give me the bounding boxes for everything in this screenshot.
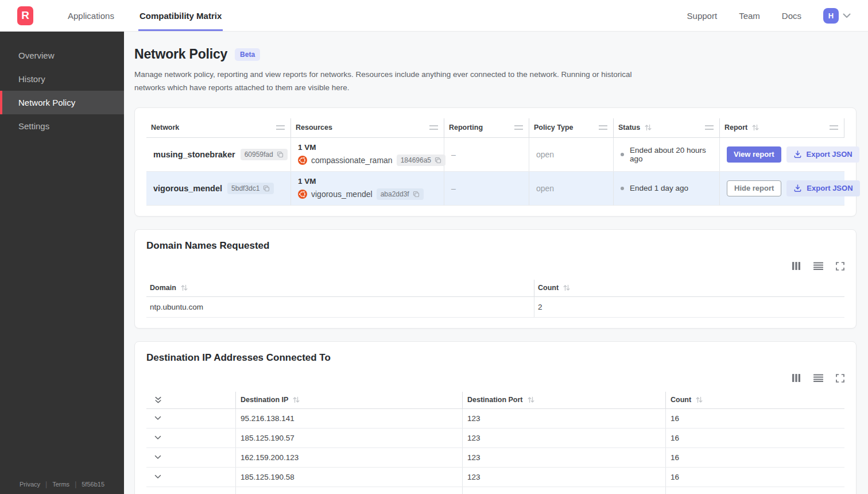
row-expand-icon[interactable] [151,416,161,420]
resource-id-badge: aba2dd3f [377,188,424,200]
status-text: Ended 1 day ago [630,184,688,192]
column-header-status[interactable]: Status [614,118,720,137]
column-header-count[interactable]: Count [666,392,844,408]
fullscreen-icon[interactable] [836,262,844,271]
count-value: 2 [538,303,542,311]
sidebar-item-network-policy[interactable]: Network Policy [0,91,124,114]
export-json-button[interactable]: Export JSON [786,180,859,196]
port-cell: 123 [463,448,666,467]
sort-icon[interactable] [563,284,571,291]
expander-cell [146,487,236,494]
terms-link[interactable]: Terms [52,481,69,488]
view-report-button[interactable]: View report [727,146,781,163]
ip-cell: 95.216.138.141 [236,409,463,428]
nav-link-support[interactable]: Support [687,11,718,21]
destinations-table-header: Destination IP Destination Port Count [146,392,844,409]
copy-icon[interactable] [413,191,420,198]
columns-icon[interactable] [792,262,801,270]
resource-name: vigorous_mendel [311,190,373,199]
column-resize-handle[interactable] [276,125,285,130]
network-name: vigorous_mendel [153,184,222,193]
sort-icon[interactable] [292,396,300,403]
vm-count: 1 VM [298,177,316,186]
fullscreen-icon[interactable] [836,374,844,383]
sidebar-item-overview[interactable]: Overview [0,44,124,67]
column-header-expand-all [146,392,236,408]
count-value: 16 [671,414,679,423]
network-id: 60959fad [245,150,273,159]
copy-icon[interactable] [435,157,441,164]
column-label: Count [671,396,691,404]
resources-cell: 1 VM vigorous_mendel aba2dd3f [291,172,444,205]
row-expand-icon[interactable] [151,435,161,440]
column-header-policy-type: Policy Type [529,118,614,137]
row-density-icon[interactable] [813,262,823,270]
resource-id: 184696a5 [401,156,431,164]
domains-card: Domain Names Requested Domain Count ntp.… [134,229,857,329]
column-label: Reporting [449,124,483,132]
count-cell: 16 [666,487,844,494]
network-name: musing_stonebraker [153,150,235,159]
status-cell: Ended 1 day ago [614,172,720,205]
download-icon [793,184,802,192]
column-resize-handle[interactable] [830,125,838,130]
port-cell: 123 [463,429,666,447]
download-icon [793,150,802,159]
user-menu[interactable]: H [823,8,851,24]
sort-icon[interactable] [644,124,652,131]
network-id-badge: 60959fad [241,149,288,160]
export-json-button[interactable]: Export JSON [786,146,859,163]
expand-all-icon[interactable] [151,396,162,404]
ip-cell: 185.125.190.57 [236,429,463,447]
policy-type-value: open [536,184,554,193]
column-header-destination-port[interactable]: Destination Port [463,392,666,408]
column-resize-handle[interactable] [599,125,607,130]
resource-id: aba2dd3f [381,190,409,198]
column-header-count[interactable]: Count [534,280,844,296]
network-row: musing_stonebraker 60959fad 1 VM compass… [146,138,844,172]
column-header-network: Network [146,118,291,137]
nav-link-docs[interactable]: Docs [782,11,801,21]
destination-row: 185.125.190.57 123 16 [146,429,844,448]
column-label: Count [538,284,559,292]
sidebar-item-history[interactable]: History [0,67,124,91]
chevron-down-icon [843,13,851,18]
copy-icon[interactable] [277,151,284,158]
column-resize-handle[interactable] [514,125,523,130]
ip-value: 185.125.190.58 [241,473,294,481]
expander-cell [146,448,236,467]
domain-cell: ntp.ubuntu.com [146,297,534,317]
column-header-reporting: Reporting [444,118,529,137]
row-expand-icon[interactable] [151,474,161,479]
sort-icon[interactable] [751,124,760,131]
reporting-cell: – [444,172,529,205]
column-header-domain[interactable]: Domain [146,280,534,296]
sort-icon[interactable] [527,396,535,403]
column-resize-handle[interactable] [429,125,438,130]
main-content: Network Policy Beta Manage network polic… [124,32,868,494]
nav-tab-compatibility-matrix[interactable]: Compatibility Matrix [138,0,223,31]
column-resize-handle[interactable] [705,125,714,130]
ip-value: 185.125.190.57 [241,434,294,442]
row-expand-icon[interactable] [151,455,161,460]
columns-icon[interactable] [792,374,801,382]
nav-tab-applications[interactable]: Applications [67,0,115,31]
hide-report-button[interactable]: Hide report [727,180,781,196]
nav-link-team[interactable]: Team [739,11,760,21]
ip-value: 162.159.200.123 [241,453,299,462]
privacy-link[interactable]: Privacy [20,481,40,488]
column-header-report[interactable]: Report [720,118,844,137]
resource-name: compassionate_raman [311,156,393,165]
copy-icon[interactable] [263,185,270,192]
column-header-destination-ip[interactable]: Destination IP [236,392,463,408]
expander-cell [146,429,236,447]
port-value: 123 [467,473,480,481]
app-logo[interactable]: R [17,6,33,25]
sort-icon[interactable] [695,396,703,403]
destination-row: 185.125.190.58 123 16 [146,468,844,487]
sidebar-item-settings[interactable]: Settings [0,114,124,138]
row-density-icon[interactable] [813,374,823,382]
port-value: 123 [467,453,480,462]
sort-icon[interactable] [180,284,188,291]
page-title: Network Policy [134,47,227,62]
